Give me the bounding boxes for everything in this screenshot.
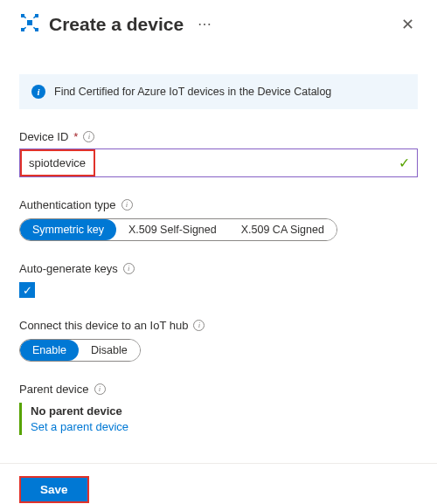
close-button[interactable]: ✕ <box>398 13 418 36</box>
save-button[interactable]: Save <box>21 478 87 501</box>
svg-rect-0 <box>27 20 32 25</box>
info-banner: i Find Certified for Azure IoT devices i… <box>19 74 418 109</box>
auth-type-label: Authentication type <box>19 198 116 211</box>
panel-header: Create a device ⋯ ✕ <box>19 12 418 36</box>
page-title: Create a device <box>49 14 184 35</box>
auto-generate-label: Auto-generate keys <box>19 262 118 275</box>
help-icon[interactable]: i <box>94 383 106 395</box>
device-id-input[interactable] <box>22 151 94 175</box>
auth-option-x509-self[interactable]: X.509 Self-Signed <box>116 219 229 240</box>
info-icon: i <box>31 85 45 99</box>
connect-hub-field: Connect this device to an IoT hub i Enab… <box>19 319 418 362</box>
auto-generate-checkbox[interactable]: ✓ <box>19 282 35 298</box>
help-icon[interactable]: i <box>121 199 133 211</box>
parent-device-field: Parent device i No parent device Set a p… <box>19 383 418 435</box>
info-banner-text: Find Certified for Azure IoT devices in … <box>54 86 331 98</box>
device-id-label: Device ID <box>19 130 68 143</box>
help-icon[interactable]: i <box>83 131 94 142</box>
parent-device-label: Parent device <box>19 383 89 396</box>
set-parent-device-link[interactable]: Set a parent device <box>31 420 418 433</box>
connect-hub-toggle: Enable Disable <box>19 339 141 362</box>
connect-option-disable[interactable]: Disable <box>79 340 140 361</box>
help-icon[interactable]: i <box>193 320 205 331</box>
auth-option-symmetric[interactable]: Symmetric key <box>20 219 116 240</box>
help-icon[interactable]: i <box>123 263 135 274</box>
parent-device-status: No parent device <box>31 404 418 418</box>
required-asterisk: * <box>73 130 78 143</box>
connect-option-enable[interactable]: Enable <box>20 340 79 361</box>
auth-type-toggle: Symmetric key X.509 Self-Signed X.509 CA… <box>19 218 337 241</box>
auth-option-x509-ca[interactable]: X.509 CA Signed <box>229 219 336 240</box>
device-id-field: Device ID * i ✓ <box>19 130 418 177</box>
device-icon <box>19 12 40 36</box>
more-actions-button[interactable]: ⋯ <box>198 16 212 32</box>
auth-type-field: Authentication type i Symmetric key X.50… <box>19 198 418 241</box>
auto-generate-field: Auto-generate keys i ✓ <box>19 262 418 298</box>
valid-checkmark-icon: ✓ <box>399 155 417 171</box>
connect-hub-label: Connect this device to an IoT hub <box>19 319 188 332</box>
